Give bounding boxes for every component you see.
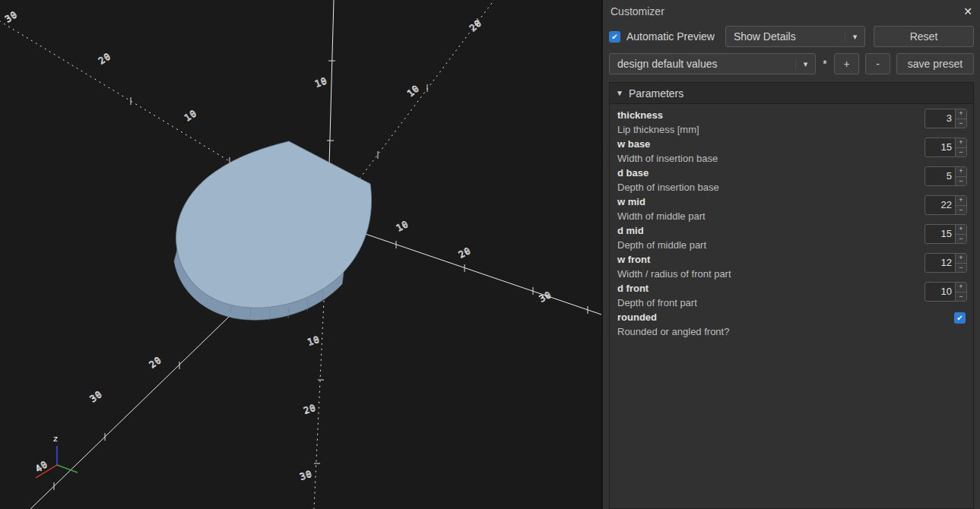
param-row-thickness: thickness Lip thickness [mm] 3 + − bbox=[610, 108, 973, 137]
check-icon: ✔ bbox=[956, 314, 963, 322]
spin-up-button[interactable]: + bbox=[956, 196, 966, 205]
chevron-down-icon: ▾ bbox=[845, 32, 864, 42]
parameters-list: thickness Lip thickness [mm] 3 + − w bas… bbox=[610, 104, 973, 508]
spinbox-value: 12 bbox=[925, 254, 955, 272]
save-preset-button[interactable]: save preset bbox=[896, 53, 974, 74]
w-base-spinbox[interactable]: 15 + − bbox=[924, 138, 967, 157]
spin-up-button[interactable]: + bbox=[956, 109, 966, 119]
w-mid-spinbox[interactable]: 22 + − bbox=[924, 195, 967, 215]
param-row-w-front: w front Width / radius of front part 12 … bbox=[610, 252, 973, 281]
spinbox-buttons: + − bbox=[955, 138, 966, 156]
details-dropdown[interactable]: Show Details ▾ bbox=[725, 26, 865, 47]
param-name: rounded bbox=[617, 310, 966, 324]
param-row-w-base: w base Width of insertion base 15 + − bbox=[610, 137, 973, 166]
param-description: Width / radius of front part bbox=[617, 267, 966, 281]
param-row-d-base: d base Depth of insertion base 5 + − bbox=[610, 166, 973, 194]
param-name: w mid bbox=[617, 194, 966, 209]
close-icon[interactable]: ✕ bbox=[963, 5, 972, 17]
param-description: Depth of middle part bbox=[617, 238, 966, 252]
spin-up-button[interactable]: + bbox=[956, 167, 966, 176]
param-description: Depth of front part bbox=[617, 296, 966, 310]
param-description: Width of middle part bbox=[617, 209, 966, 223]
spinbox-value: 10 bbox=[925, 283, 955, 301]
preview-row: ✔ Automatic Preview Show Details ▾ Reset bbox=[603, 23, 980, 50]
d-front-spinbox[interactable]: 10 + − bbox=[924, 282, 967, 302]
customizer-titlebar: Customizer ✕ bbox=[603, 0, 980, 23]
param-name: thickness bbox=[617, 108, 966, 122]
spinbox-buttons: + − bbox=[955, 167, 966, 185]
spinbox-buttons: + − bbox=[955, 109, 966, 128]
spin-up-button[interactable]: + bbox=[956, 138, 966, 147]
param-name: w front bbox=[617, 252, 966, 267]
remove-preset-button[interactable]: - bbox=[865, 53, 890, 74]
param-row-w-mid: w mid Width of middle part 22 + − bbox=[610, 194, 973, 223]
spinbox-value: 3 bbox=[925, 109, 955, 128]
spin-up-button[interactable]: + bbox=[956, 225, 966, 234]
thickness-spinbox[interactable]: 3 + − bbox=[924, 109, 967, 128]
spin-down-button[interactable]: − bbox=[956, 263, 966, 273]
3d-viewport[interactable]: 30 20 10 10 10 20 10 20 30 20 30 10 20 3… bbox=[0, 0, 601, 509]
param-description: Rounded or angled front? bbox=[617, 324, 966, 339]
spinbox-buttons: + − bbox=[955, 196, 966, 214]
spin-down-button[interactable]: − bbox=[956, 205, 966, 215]
add-preset-button[interactable]: + bbox=[834, 53, 859, 74]
panel-title: Customizer bbox=[611, 5, 664, 17]
spin-down-button[interactable]: − bbox=[956, 176, 966, 186]
z-axis-label: z bbox=[53, 434, 58, 444]
param-description: Lip thickness [mm] bbox=[617, 122, 966, 137]
spin-down-button[interactable]: − bbox=[956, 119, 966, 128]
spin-down-button[interactable]: − bbox=[956, 234, 966, 244]
details-dropdown-value: Show Details bbox=[734, 30, 845, 43]
d-base-spinbox[interactable]: 5 + − bbox=[924, 166, 967, 186]
spin-up-button[interactable]: + bbox=[956, 254, 966, 263]
spin-down-button[interactable]: − bbox=[956, 292, 966, 302]
spinbox-value: 5 bbox=[925, 167, 955, 185]
param-description: Depth of insertion base bbox=[617, 180, 966, 194]
spin-up-button[interactable]: + bbox=[956, 283, 966, 292]
chevron-down-icon: ▾ bbox=[795, 59, 815, 69]
param-row-rounded: rounded Rounded or angled front? ✔ bbox=[610, 310, 973, 339]
parameters-header-label: Parameters bbox=[629, 87, 683, 100]
parameters-header[interactable]: ▼ Parameters bbox=[610, 83, 973, 104]
spin-down-button[interactable]: − bbox=[956, 147, 966, 157]
check-icon: ✔ bbox=[611, 33, 617, 41]
openscad-window: 30 20 10 10 10 20 10 20 30 20 30 10 20 3… bbox=[0, 0, 980, 509]
param-description: Width of insertion base bbox=[617, 151, 966, 166]
customizer-panel: Customizer ✕ ✔ Automatic Preview Show De… bbox=[601, 0, 980, 509]
preset-row: design default values ▾ * + - save prese… bbox=[603, 50, 980, 77]
param-name: d mid bbox=[617, 223, 966, 238]
d-mid-spinbox[interactable]: 15 + − bbox=[924, 224, 967, 244]
automatic-preview-label: Automatic Preview bbox=[626, 30, 715, 43]
preset-dropdown[interactable]: design default values ▾ bbox=[609, 53, 816, 74]
param-name: d front bbox=[617, 281, 966, 296]
spinbox-value: 22 bbox=[925, 196, 955, 214]
param-name: w base bbox=[617, 137, 966, 151]
spinbox-buttons: + − bbox=[955, 225, 966, 243]
parameters-group: ▼ Parameters thickness Lip thickness [mm… bbox=[609, 82, 974, 509]
spinbox-value: 15 bbox=[925, 225, 955, 243]
spinbox-buttons: + − bbox=[955, 283, 966, 301]
w-front-spinbox[interactable]: 12 + − bbox=[924, 253, 967, 273]
automatic-preview-checkbox[interactable]: ✔ bbox=[609, 31, 620, 43]
spinbox-buttons: + − bbox=[955, 254, 966, 272]
preset-dropdown-value: design default values bbox=[617, 58, 718, 70]
param-name: d base bbox=[617, 166, 966, 180]
rounded-checkbox[interactable]: ✔ bbox=[954, 312, 966, 324]
param-row-d-mid: d mid Depth of middle part 15 + − bbox=[610, 223, 973, 252]
spinbox-value: 15 bbox=[925, 138, 955, 156]
collapse-triangle-icon: ▼ bbox=[616, 89, 623, 97]
reset-button[interactable]: Reset bbox=[874, 26, 974, 47]
param-row-d-front: d front Depth of front part 10 + − bbox=[610, 281, 973, 310]
modified-indicator: * bbox=[822, 58, 828, 70]
viewport-canvas: 30 20 10 10 10 20 10 20 30 20 30 10 20 3… bbox=[0, 0, 601, 509]
